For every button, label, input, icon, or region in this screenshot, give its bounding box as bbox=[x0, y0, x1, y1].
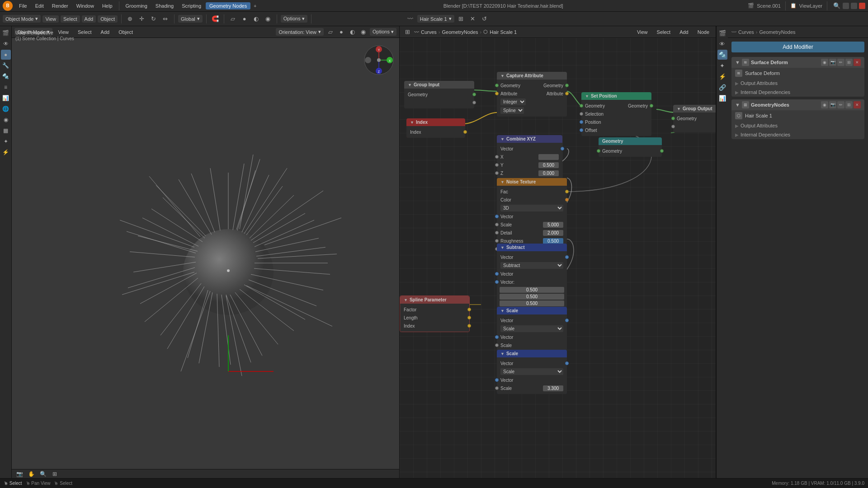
hair-icon[interactable]: 〰 bbox=[406, 14, 415, 24]
options-vp-dropdown[interactable]: Options ▾ bbox=[370, 28, 396, 36]
collapse-sprm-icon[interactable]: ▼ bbox=[404, 298, 408, 302]
sp-factor-out[interactable] bbox=[467, 308, 471, 311]
node-editor[interactable]: ⊞ 〰 Curves › GeometryNodes › ⬡ Hair Scal… bbox=[400, 26, 716, 478]
go-geo-in[interactable] bbox=[671, 117, 675, 120]
node-subtract[interactable]: ▼ Subtract Vector Subtract Vector bbox=[497, 244, 567, 309]
vp-select-btn[interactable]: Select bbox=[74, 28, 95, 36]
collapse-cxyz-icon[interactable]: ▼ bbox=[500, 137, 505, 141]
vp-material-icon[interactable]: ◐ bbox=[347, 27, 357, 37]
sc2-vec-out[interactable] bbox=[565, 361, 569, 365]
menu-help[interactable]: Help bbox=[99, 2, 116, 9]
move-tool-icon[interactable]: ✛ bbox=[137, 14, 147, 24]
sc1-vec-in[interactable] bbox=[495, 335, 499, 339]
sc2-vec-in[interactable] bbox=[495, 378, 499, 382]
ca-attr-out[interactable] bbox=[565, 92, 569, 95]
node-scale-2[interactable]: ▼ Scale Vector Scale Vector bbox=[497, 350, 567, 394]
sc1-vec-out[interactable] bbox=[565, 319, 569, 322]
sd-render-btn[interactable]: 📷 bbox=[829, 59, 836, 66]
combine-xyz-header[interactable]: ▼ Combine XYZ bbox=[497, 135, 562, 143]
collapse-go-icon[interactable]: ▼ bbox=[677, 107, 681, 111]
vp-bottom-icon1[interactable]: 📷 bbox=[14, 469, 24, 479]
gn-collapse-icon[interactable]: ▼ bbox=[735, 102, 740, 108]
minimize-button[interactable] bbox=[843, 3, 849, 9]
menu-edit[interactable]: Edit bbox=[32, 2, 47, 9]
rp-particles-icon[interactable]: ✦ bbox=[717, 61, 727, 70]
sp-length-out[interactable] bbox=[467, 316, 471, 319]
workspace-scripting[interactable]: Scripting bbox=[178, 2, 205, 9]
node-canvas[interactable]: ▼ Group Input Geometry ▼ Captu bbox=[400, 38, 716, 478]
sub-vec2-in[interactable] bbox=[495, 280, 499, 284]
index-header[interactable]: ▼ Index bbox=[406, 118, 465, 126]
node-index[interactable]: ▼ Index Index bbox=[406, 118, 465, 138]
ne-add-btn[interactable]: Add bbox=[676, 28, 692, 36]
cxyz-z-in[interactable] bbox=[495, 171, 499, 175]
viewport-orient-dropdown[interactable]: Orientation: View ▾ bbox=[276, 28, 324, 36]
ca-attr-in[interactable] bbox=[495, 92, 499, 95]
geom-geo-in[interactable] bbox=[597, 149, 600, 153]
ca-type-select[interactable]: Integer bbox=[500, 99, 526, 105]
sidebar-world-icon[interactable]: 🌐 bbox=[1, 104, 11, 114]
workspace-geometry-nodes[interactable]: Geometry Nodes bbox=[206, 2, 250, 9]
sidebar-scene-icon[interactable]: 🎬 bbox=[1, 28, 11, 38]
sd-delete-btn[interactable]: ✕ bbox=[854, 59, 861, 66]
node-combine-xyz[interactable]: ▼ Combine XYZ Vector X Y bbox=[497, 135, 562, 179]
noise-scale-in[interactable] bbox=[495, 223, 499, 226]
node-set-position[interactable]: ▼ Set Position Geometry Geometry Selecti… bbox=[581, 92, 651, 136]
node-scale-1[interactable]: ▼ Scale Vector Scale Vector bbox=[497, 307, 567, 351]
sidebar-properties-icon[interactable]: ≡ bbox=[1, 82, 11, 92]
spline-param-header[interactable]: ▼ Spline Parameter bbox=[400, 296, 469, 304]
collapse-nt-icon[interactable]: ▼ bbox=[500, 180, 505, 184]
hair-scale-dropdown[interactable]: Hair Scale 1 ▾ bbox=[417, 15, 454, 23]
sub-op-select[interactable]: Subtract bbox=[500, 262, 563, 269]
geom-geo-out[interactable] bbox=[660, 149, 664, 153]
add-workspace-button[interactable]: + bbox=[251, 2, 259, 9]
noise-roughness-in[interactable] bbox=[495, 239, 499, 243]
ne-select-btn[interactable]: Select bbox=[653, 28, 675, 36]
add-modifier-button[interactable]: Add Modifier bbox=[731, 42, 864, 52]
go-dot-in[interactable] bbox=[671, 125, 675, 128]
rp-constraint-icon[interactable]: 🔗 bbox=[717, 82, 727, 92]
scale-tool-icon[interactable]: ⇔ bbox=[160, 14, 170, 24]
gn-internal-deps-row[interactable]: ▶ Internal Dependencies bbox=[731, 130, 864, 139]
noise-roughness-input[interactable] bbox=[543, 238, 563, 244]
sidebar-modifier-icon[interactable]: 🔩 bbox=[1, 71, 11, 81]
vp-rendered-icon[interactable]: ◉ bbox=[358, 27, 368, 37]
sd-duplicate-btn[interactable]: ⊞ bbox=[845, 59, 853, 66]
ne-node-btn[interactable]: Node bbox=[694, 28, 713, 36]
collapse-sc1-icon[interactable]: ▼ bbox=[500, 309, 505, 313]
cxyz-x-input[interactable] bbox=[538, 154, 559, 160]
noise-header[interactable]: ▼ Noise Texture bbox=[497, 178, 567, 186]
vp-bottom-icon4[interactable]: ⊞ bbox=[50, 469, 60, 479]
sp-pos-in[interactable] bbox=[580, 120, 583, 124]
group-input-header[interactable]: ▼ Group Input bbox=[404, 81, 474, 89]
sidebar-texture-icon[interactable]: ▦ bbox=[1, 126, 11, 136]
menu-window[interactable]: Window bbox=[73, 2, 98, 9]
node-spline-parameter[interactable]: ▼ Spline Parameter Factor Length Index bbox=[400, 296, 470, 332]
gn-duplicate-btn[interactable]: ⊞ bbox=[845, 101, 853, 108]
group-out-header[interactable]: ▼ Group Output bbox=[673, 105, 716, 113]
workspace-grooming[interactable]: Grooming bbox=[122, 2, 151, 9]
sd-edit-btn[interactable]: ✏ bbox=[837, 59, 844, 66]
sp-index-out[interactable] bbox=[467, 324, 471, 328]
vp-view-btn[interactable]: View bbox=[54, 28, 72, 36]
maximize-button[interactable] bbox=[851, 3, 857, 9]
search-icon[interactable]: 🔍 bbox=[832, 1, 842, 11]
sd-realtime-btn[interactable]: ◉ bbox=[821, 59, 828, 66]
sidebar-data-icon[interactable]: 📊 bbox=[1, 93, 11, 103]
hair-refresh-icon[interactable]: ↺ bbox=[480, 14, 490, 24]
noise-fac-out[interactable] bbox=[565, 190, 569, 193]
cxyz-z-input[interactable] bbox=[538, 170, 559, 176]
vp-solid-icon[interactable]: ● bbox=[336, 27, 346, 37]
ca-geo-in[interactable] bbox=[495, 84, 499, 87]
ne-view-btn[interactable]: View bbox=[633, 28, 651, 36]
vp-add-btn[interactable]: Add bbox=[97, 28, 113, 36]
scale2-header[interactable]: ▼ Scale bbox=[497, 350, 567, 357]
gn-realtime-btn[interactable]: ◉ bbox=[821, 101, 828, 108]
sc1-op-select[interactable]: Scale bbox=[500, 325, 563, 332]
orientation-dropdown[interactable]: Global ▾ bbox=[178, 15, 203, 23]
collapse-icon[interactable]: ▼ bbox=[408, 83, 412, 87]
navigation-gizmo[interactable]: Y X Z bbox=[363, 44, 395, 76]
node-group-output[interactable]: ▼ Group Output Geometry bbox=[673, 105, 716, 132]
cursor-tool-icon[interactable]: ⊕ bbox=[125, 14, 135, 24]
sp-sel-in[interactable] bbox=[580, 112, 583, 116]
